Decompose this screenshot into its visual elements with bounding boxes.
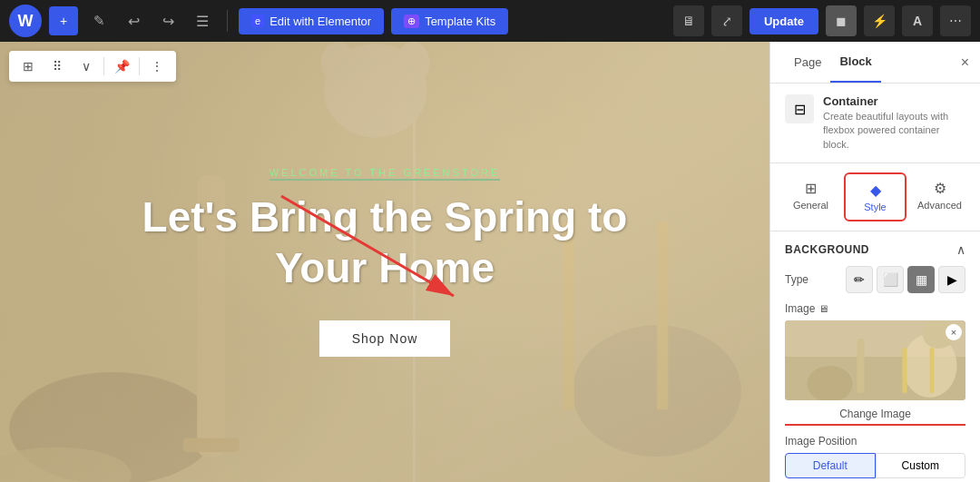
sub-separator [103,57,104,75]
svg-rect-6 [657,222,668,410]
image-preview-inner [785,320,965,400]
advanced-icon: ⚙ [934,180,946,197]
svg-point-10 [396,42,429,83]
chevron-down-button[interactable]: ∨ [74,54,98,78]
style-label: Style [864,202,886,212]
hero-subtitle-prefix: WELCOME TO THE [270,167,404,181]
type-label: Type [785,273,808,286]
hero-title-line2: Your Home [275,244,495,291]
default-position-button[interactable]: Default [785,453,876,478]
wp-logo[interactable]: W [9,5,42,37]
update-button[interactable]: Update [750,8,818,34]
template-icon: ⊕ [404,15,419,28]
hero-background: WELCOME TO THE GREENSTORE Let's Bring th… [0,42,769,482]
position-tabs: Default Custom [785,453,965,478]
type-row: Type ✏ ⬜ ▦ ▶ [785,266,965,293]
menu-button[interactable]: ☰ [189,7,216,34]
sub-separator2 [139,57,140,75]
shop-now-button[interactable]: Shop Now [319,320,451,357]
block-tab[interactable]: Block [830,42,880,83]
image-position-label: Image Position [785,435,965,448]
general-label: General [793,200,828,211]
hero-brand: GREENSTORE [403,167,500,181]
edit-elementor-button[interactable]: e Edit with Elementor [239,8,384,34]
template-kits-button[interactable]: ⊕ Template Kits [391,8,508,34]
svg-rect-20 [930,348,935,393]
advanced-tab[interactable]: ⚙ Advanced [910,172,969,221]
pin-button[interactable]: 📌 [110,54,133,78]
page-tab[interactable]: Page [785,43,830,82]
right-panel: Page Block × ⊟ Container Create beautifu… [769,42,980,482]
hero-title: Let's Bring the Spring to Your Home [142,192,628,292]
general-tab[interactable]: ⊞ General [781,172,840,221]
image-label-text: Image [785,302,815,315]
style-tab[interactable]: ◆ Style [844,172,906,221]
monitor-small-icon: 🖥 [818,303,828,314]
type-image-button[interactable]: ▦ [907,266,935,293]
container-desc: Create beautiful layouts with flexbox po… [823,110,965,152]
background-title: Background [785,243,869,256]
canvas-area: ⊞ ⠿ ∨ 📌 ⋮ [0,42,769,482]
dark-mode-button[interactable]: ◼ [826,5,857,36]
top-toolbar: W + ✎ ↩ ↪ ☰ e Edit with Elementor ⊕ Temp… [0,0,980,42]
image-label-row: Image 🖥 [785,302,965,315]
change-image-button[interactable]: Change Image [785,404,965,426]
tools-button[interactable]: ✎ [85,7,113,34]
type-gradient-button[interactable]: ⬜ [877,266,904,293]
more-button[interactable]: ⋮ [145,54,169,78]
svg-point-9 [321,42,355,83]
container-name: Container [823,94,965,108]
redo-button[interactable]: ↪ [154,7,181,34]
a-button[interactable]: A [902,5,933,36]
hero-content: WELCOME TO THE GREENSTORE Let's Bring th… [142,167,628,356]
template-kits-label: Template Kits [425,15,495,28]
image-preview[interactable]: × [785,320,965,400]
hero-subtitle: WELCOME TO THE GREENSTORE [142,167,628,178]
separator1 [227,10,228,32]
monitor-icon-button[interactable]: 🖥 [673,5,704,36]
type-video-button[interactable]: ▶ [938,266,965,293]
drag-handle-button[interactable]: ⠿ [45,54,69,78]
hero-title-line1: Let's Bring the Spring to [142,193,628,241]
toolbar-right: 🖥 ⤤ Update ◼ ⚡ A ⋯ [673,5,971,36]
main-area: ⊞ ⠿ ∨ 📌 ⋮ [0,42,980,482]
container-text: Container Create beautiful layouts with … [823,94,965,152]
type-icons: ✏ ⬜ ▦ ▶ [846,266,965,293]
svg-rect-19 [903,348,907,393]
container-info: ⊟ Container Create beautiful layouts wit… [770,84,980,163]
container-icon: ⊟ [785,94,814,123]
elementor-icon: e [251,15,264,27]
background-section: Background ∧ Type ✏ ⬜ ▦ ▶ Image 🖥 [770,231,980,482]
edit-elementor-label: Edit with Elementor [270,15,371,28]
add-button[interactable]: + [49,6,78,35]
more-options-button[interactable]: ⋯ [940,5,971,36]
undo-button[interactable]: ↩ [120,7,147,34]
external-icon-button[interactable]: ⤤ [711,5,742,36]
section-header: Background ∧ [785,242,965,257]
panel-close-button[interactable]: × [961,54,969,71]
svg-rect-4 [183,438,240,452]
style-tabs: ⊞ General ◆ Style ⚙ Advanced [770,163,980,231]
svg-rect-18 [858,339,865,393]
style-icon: ◆ [870,182,881,199]
sub-toolbar: ⊞ ⠿ ∨ 📌 ⋮ [9,51,176,82]
advanced-label: Advanced [917,200,962,211]
type-pencil-button[interactable]: ✏ [846,266,873,293]
custom-position-button[interactable]: Custom [876,453,966,478]
general-icon: ⊞ [805,180,817,197]
lightning-button[interactable]: ⚡ [864,5,895,36]
panel-tabs: Page Block × [770,42,980,84]
collapse-button[interactable]: ∧ [956,242,965,257]
grid-view-button[interactable]: ⊞ [16,54,40,78]
